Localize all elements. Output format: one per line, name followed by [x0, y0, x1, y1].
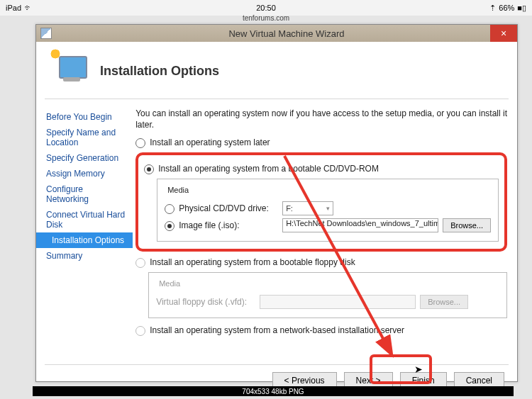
divider: [45, 99, 509, 99]
browse-vfd-button: Browse...: [420, 295, 468, 309]
radio-install-later-label: Install an operating system later: [150, 137, 507, 147]
radio-install-floppy-label: Install an operating system from a boota…: [150, 257, 507, 267]
sidebar-item-before-you-begin[interactable]: Before You Begin: [36, 109, 133, 125]
sidebar-item-installation-options[interactable]: Installation Options: [36, 232, 133, 248]
wizard-window: New Virtual Machine Wizard × Installatio…: [35, 24, 518, 382]
wizard-icon: [52, 52, 90, 90]
physical-drive-label: Physical CD/DVD drive:: [179, 203, 278, 213]
image-file-label: Image file (.iso):: [179, 220, 278, 230]
cd-media-fieldset: Media Physical CD/DVD drive: F: ▾ Image …: [157, 179, 499, 242]
sidebar-item-generation[interactable]: Specify Generation: [36, 150, 133, 166]
physical-drive-value: F:: [286, 204, 293, 213]
browser-url: tenforums.com: [0, 14, 532, 22]
wizard-steps-sidebar: Before You Begin Specify Name and Locati…: [36, 102, 133, 364]
sidebar-item-hard-disk[interactable]: Connect Virtual Hard Disk: [36, 207, 133, 232]
floppy-media-fieldset: Media Virtual floppy disk (.vfd): Browse…: [148, 272, 507, 318]
radio-physical-drive[interactable]: [165, 204, 174, 214]
cursor-icon: ➤: [414, 364, 423, 374]
browse-iso-button[interactable]: Browse...: [443, 218, 491, 232]
page-title: Installation Options: [100, 64, 219, 79]
sidebar-item-memory[interactable]: Assign Memory: [36, 166, 133, 181]
annotation-highlight-box: Install an operating system from a boota…: [135, 152, 507, 252]
window-title: New Virtual Machine Wizard: [56, 28, 517, 39]
iso-path-input[interactable]: H:\TechNet Downloads\en_windows_7_ultima…: [282, 218, 438, 232]
image-info-bar: 704x533 48kb PNG: [33, 386, 514, 396]
wizard-main-panel: You can install an operating system now …: [133, 102, 517, 364]
window-icon: [40, 28, 52, 39]
radio-install-network-label: Install an operating system from a netwo…: [150, 325, 507, 335]
clock: 20:50: [0, 4, 532, 12]
vfd-label: Virtual floppy disk (.vfd):: [156, 297, 255, 307]
floppy-media-legend: Media: [156, 279, 183, 288]
close-icon: ×: [501, 28, 506, 39]
radio-install-floppy[interactable]: [135, 258, 145, 268]
radio-install-later[interactable]: [135, 138, 145, 148]
radio-install-cd-label: Install an operating system from a boota…: [158, 164, 499, 174]
vfd-path-input: [260, 295, 416, 309]
sidebar-item-name-location[interactable]: Specify Name and Location: [36, 125, 133, 150]
physical-drive-dropdown[interactable]: F: ▾: [282, 201, 333, 215]
intro-text: You can install an operating system now …: [135, 108, 507, 130]
title-bar[interactable]: New Virtual Machine Wizard ×: [36, 25, 517, 42]
sidebar-item-summary[interactable]: Summary: [36, 248, 133, 264]
close-button[interactable]: ×: [490, 25, 517, 42]
chevron-down-icon: ▾: [326, 205, 330, 212]
sidebar-item-networking[interactable]: Configure Networking: [36, 181, 133, 207]
radio-install-cd[interactable]: [144, 164, 154, 174]
ipad-status-bar: iPad ᯤ 20:50 ⇡ 66% ■▯: [0, 0, 532, 16]
wizard-header: Installation Options: [36, 42, 517, 96]
cd-media-legend: Media: [165, 186, 192, 194]
radio-image-file[interactable]: [165, 221, 174, 231]
radio-install-network[interactable]: [135, 326, 145, 336]
